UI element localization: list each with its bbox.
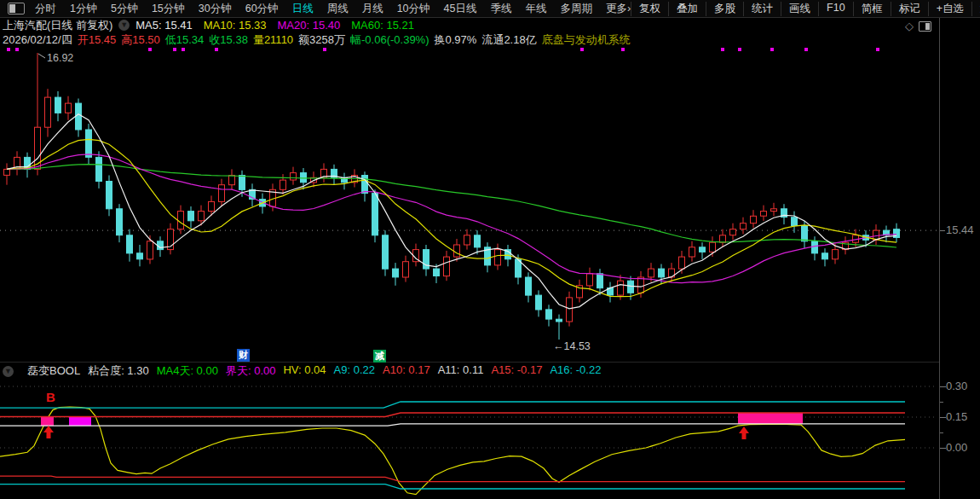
menu-item-年线[interactable]: 年线 bbox=[525, 2, 546, 16]
toolbar-button-返回[interactable]: 返回 bbox=[971, 2, 980, 16]
quote-item: 开15.45 bbox=[78, 32, 117, 48]
indicator-axis-label: 0.00 bbox=[946, 441, 967, 454]
quote-item: 幅-0.06(-0.39%) bbox=[350, 32, 429, 48]
period-menu: 分时1分钟5分钟15分钟30分钟60分钟日线周线月线10分钟45日线季线年线多周… bbox=[35, 2, 631, 16]
menu-item-季线[interactable]: 季线 bbox=[490, 2, 511, 16]
axis-tick bbox=[940, 417, 946, 418]
quote-line: 2026/02/12/四开15.45高15.50低15.34收15.38量211… bbox=[3, 32, 942, 47]
quote-item: 2026/02/12/四 bbox=[3, 32, 72, 48]
indicator-label: A16: -0.22 bbox=[550, 363, 601, 379]
toolbar-button-复权[interactable]: 复权 bbox=[631, 2, 668, 16]
indicator-header: ▼ 磊变BOOL粘合度: 1.30MA4天: 0.00界天: 0.00HV: 0… bbox=[0, 362, 939, 380]
quote-item: 高15.50 bbox=[121, 32, 160, 48]
indicator-label: 界天: 0.00 bbox=[226, 363, 276, 379]
event-badge-财[interactable]: 财 bbox=[237, 349, 250, 362]
buy-arrow-icon bbox=[739, 426, 749, 439]
indicator-label: A15: -0.17 bbox=[491, 363, 542, 379]
menu-item-更多›[interactable]: 更多› bbox=[606, 2, 631, 16]
axis-tick bbox=[940, 432, 943, 433]
corner-icons: ◇ bbox=[905, 20, 931, 32]
menu-item-周线[interactable]: 周线 bbox=[327, 2, 349, 16]
bool-indicator-chart[interactable]: B bbox=[0, 380, 939, 499]
menu-item-分时[interactable]: 分时 bbox=[35, 2, 56, 16]
axis-tick bbox=[940, 448, 946, 449]
quote-item: 底盘与发动机系统 bbox=[542, 32, 631, 48]
main-price-axis-label: 15.44 bbox=[946, 223, 974, 236]
menu-item-多周期[interactable]: 多周期 bbox=[560, 2, 592, 16]
menu-item-10分钟[interactable]: 10分钟 bbox=[397, 2, 430, 16]
indicator-label: 粘合度: 1.30 bbox=[88, 363, 149, 379]
quote-item: 收15.38 bbox=[209, 32, 248, 48]
indicator-label: MA4天: 0.00 bbox=[157, 363, 218, 379]
ma-label: MA5: 15.41 bbox=[135, 19, 193, 32]
quote-item: 低15.34 bbox=[165, 32, 205, 48]
indicator-label: A9: 0.22 bbox=[334, 363, 375, 379]
stock-title: 上海汽配(日线 前复权) bbox=[3, 18, 112, 33]
indicator-values: 磊变BOOL粘合度: 1.30MA4天: 0.00界天: 0.00HV: 0.0… bbox=[27, 363, 601, 379]
toolbar-button-叠加[interactable]: 叠加 bbox=[668, 2, 706, 16]
period-menubar: 分时1分钟5分钟15分钟30分钟60分钟日线周线月线10分钟45日线季线年线多周… bbox=[0, 0, 980, 18]
stock-chart-window: 分时1分钟5分钟15分钟30分钟60分钟日线周线月线10分钟45日线季线年线多周… bbox=[0, 0, 980, 499]
menu-item-月线[interactable]: 月线 bbox=[362, 2, 383, 16]
toolbar-button-统计[interactable]: 统计 bbox=[743, 2, 781, 16]
buy-arrow-icon bbox=[43, 426, 54, 438]
quote-item: 额3258万 bbox=[298, 32, 345, 48]
toolbar-button-F10[interactable]: F10 bbox=[818, 2, 853, 16]
axis-tick bbox=[940, 230, 945, 231]
menu-item-日线[interactable]: 日线 bbox=[292, 2, 314, 16]
indicator-label: HV: 0.04 bbox=[283, 363, 326, 379]
axis-divider bbox=[939, 18, 940, 499]
toolbar-button-多股[interactable]: 多股 bbox=[706, 2, 743, 16]
layout-toggle-icon[interactable] bbox=[8, 3, 25, 15]
indicator-label: A10: 0.17 bbox=[383, 363, 430, 379]
low-price-annotation: ←14.53 bbox=[553, 340, 591, 352]
quote-item: 流通2.18亿 bbox=[481, 32, 536, 48]
high-price-annotation: 16.92 bbox=[47, 52, 73, 64]
menu-item-30分钟[interactable]: 30分钟 bbox=[199, 2, 232, 16]
indicator-label: A11: 0.11 bbox=[438, 363, 484, 379]
toolbar-button-标记[interactable]: 标记 bbox=[891, 2, 928, 16]
ma-values: MA5: 15.41MA10: 15.33MA20: 15.40MA60: 15… bbox=[135, 19, 414, 32]
menu-item-5分钟[interactable]: 5分钟 bbox=[111, 2, 138, 16]
event-badge-减[interactable]: 减 bbox=[373, 350, 386, 363]
axis-tick bbox=[940, 386, 946, 387]
indicator-axis-label: 0.30 bbox=[946, 380, 967, 392]
menu-item-60分钟[interactable]: 60分钟 bbox=[245, 2, 279, 16]
menu-item-1分钟[interactable]: 1分钟 bbox=[70, 2, 97, 16]
stock-header-row: 上海汽配(日线 前复权) ▼ MA5: 15.41MA10: 15.33MA20… bbox=[0, 18, 939, 32]
ma-label: MA60: 15.21 bbox=[351, 19, 414, 32]
toolbar-button-+自选[interactable]: +自选 bbox=[928, 2, 971, 16]
main-candlestick-chart[interactable]: 16.92←14.53 bbox=[0, 47, 939, 361]
chevron-down-icon[interactable]: ▼ bbox=[118, 20, 130, 31]
sidebar-toggle-icon[interactable] bbox=[919, 21, 931, 32]
menu-item-45日线[interactable]: 45日线 bbox=[444, 2, 477, 16]
quote-item: 换0.97% bbox=[435, 32, 477, 48]
indicator-axis-label: 0.15 bbox=[946, 410, 967, 423]
diamond-icon[interactable]: ◇ bbox=[905, 20, 914, 32]
toolbar-button-简框[interactable]: 简框 bbox=[853, 2, 891, 16]
chevron-down-icon[interactable]: ▼ bbox=[3, 366, 14, 377]
menu-item-15分钟[interactable]: 15分钟 bbox=[152, 2, 185, 16]
toolbar-button-画线[interactable]: 画线 bbox=[781, 2, 818, 16]
quote-item: 量21110 bbox=[253, 32, 293, 48]
indicator-label: 磊变BOOL bbox=[27, 363, 80, 379]
toolbar: 复权叠加多股统计画线F10简框标记+自选返回 bbox=[631, 2, 980, 16]
ma-label: MA10: 15.33 bbox=[204, 19, 267, 32]
buy-signal-label: B bbox=[46, 390, 55, 404]
ma-label: MA20: 15.40 bbox=[278, 19, 341, 32]
axis-tick bbox=[940, 402, 943, 403]
